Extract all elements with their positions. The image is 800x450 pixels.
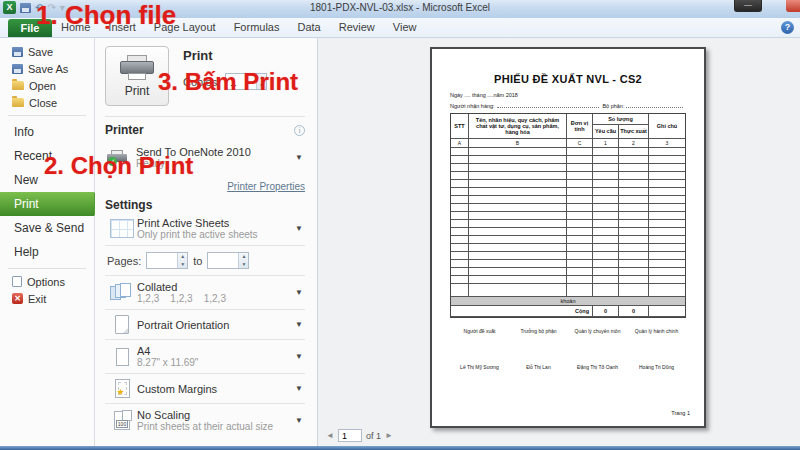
sheets-icon [110, 219, 134, 238]
annotation-step3: 3. Bấm Print [158, 68, 298, 96]
table-row [451, 276, 685, 284]
spinner-arrows-icon[interactable]: ▲▼ [177, 253, 187, 268]
tab-formulas[interactable]: Formulas [225, 18, 289, 37]
tab-view[interactable]: View [384, 18, 426, 37]
dotted-line [626, 107, 683, 108]
pages-range-row: Pages: ▲▼ to ▲▼ [105, 246, 305, 275]
settings-section-header: Settings [105, 198, 305, 212]
total-required: 0 [593, 306, 619, 317]
signature-name: Hoàng Tri Dũng [627, 364, 686, 370]
dotted-line [497, 107, 600, 108]
setting-title: Portrait Orientation [137, 319, 291, 331]
header-quantity: Số lượng [593, 114, 649, 125]
table-row [451, 172, 685, 180]
collation-dropdown[interactable]: Collated 1,2,3 1,2,3 1,2,3 ▼ [105, 275, 305, 310]
paper-size-dropdown[interactable]: A4 8.27" x 11.69" ▼ [105, 340, 305, 374]
minimize-button[interactable]: — [734, 0, 762, 12]
sidebar-item-label: Options [27, 276, 65, 288]
info-icon[interactable]: i [294, 125, 305, 136]
close-button[interactable] [786, 0, 800, 12]
table-row [451, 156, 685, 164]
printer-icon [120, 55, 154, 81]
scaling-dropdown[interactable]: 100 No Scaling Print sheets at their act… [105, 404, 305, 437]
chevron-down-icon: ▼ [291, 153, 303, 162]
spinner-arrows-icon[interactable]: ▲▼ [238, 253, 248, 268]
setting-title: Collated [137, 281, 291, 293]
print-button-label: Print [125, 84, 150, 98]
printer-properties-link[interactable]: Printer Properties [227, 181, 305, 192]
page-number-label: Trang 1 [671, 410, 690, 416]
margins-dropdown[interactable]: ★ Custom Margins ▼ [105, 374, 305, 404]
sidebar-item-exit[interactable]: ✕ Exit [0, 290, 94, 307]
sidebar-item-save-as[interactable]: Save As [0, 60, 94, 77]
sidebar-item-save[interactable]: Save [0, 43, 94, 60]
header-stt: STT [451, 114, 469, 139]
table-row [451, 164, 685, 172]
document-title: PHIẾU ĐỀ XUẤT NVL - CS2 [450, 73, 686, 85]
previous-page-icon[interactable]: ◄ [326, 431, 334, 440]
khoan-row: khoản [451, 297, 685, 306]
panel-divider [105, 116, 305, 117]
setting-title: Custom Margins [137, 383, 291, 395]
signature-block: Người đề xuất Lê Thị Mỹ Sương Trưởng bộ … [450, 328, 686, 370]
next-page-icon[interactable]: ► [385, 431, 393, 440]
pages-to-stepper[interactable]: ▲▼ [207, 252, 249, 269]
table-row [451, 260, 685, 268]
table-header: STT Tên, nhãn hiệu, quy cách, phẩm chất … [451, 114, 685, 139]
total-actual: 0 [619, 306, 649, 317]
sidebar-item-save-and-send[interactable]: Save & Send [0, 216, 94, 240]
document-date-line: Ngày .... tháng ....năm 2018 [450, 92, 686, 98]
signature-name: Đặng Thị Tố Oanh [568, 364, 627, 370]
total-row: Cộng 0 0 [451, 306, 685, 317]
sidebar-item-open[interactable]: Open [0, 77, 94, 94]
scaling-icon: 100 [114, 411, 130, 430]
signature-name: Đỗ Thị Lan [509, 364, 568, 370]
print-what-dropdown[interactable]: Print Active Sheets Only print the activ… [105, 212, 305, 246]
chevron-down-icon: ▼ [291, 416, 303, 425]
table-row [451, 284, 685, 297]
signature-title: Trưởng bộ phận [509, 328, 568, 334]
setting-title: A4 [137, 345, 291, 357]
sidebar-item-label: Open [29, 80, 56, 92]
sidebar-item-label: Close [29, 97, 57, 109]
annotation-step2: 2. Chọn Print [44, 152, 193, 180]
sidebar-item-options[interactable]: Options [0, 273, 94, 290]
empty-rows [451, 148, 685, 284]
setting-subtitle: Only print the active sheets [137, 229, 291, 240]
table-row [451, 204, 685, 212]
options-icon [12, 276, 22, 287]
sidebar-item-print[interactable]: Print [0, 192, 94, 216]
print-preview-area: PHIẾU ĐỀ XUẤT NVL - CS2 Ngày .... tháng … [318, 38, 800, 446]
preview-page-navigation: ◄ of 1 ► [326, 429, 393, 442]
pages-from-stepper[interactable]: ▲▼ [146, 252, 188, 269]
signature-title: Quản lý chuyên môn [568, 328, 627, 334]
orientation-dropdown[interactable]: Portrait Orientation ▼ [105, 310, 305, 340]
sidebar-item-info[interactable]: Info [0, 120, 94, 144]
column-letter-row: A B C 1 2 3 [451, 139, 685, 148]
margins-icon: ★ [115, 379, 130, 398]
pages-to-input[interactable] [208, 253, 238, 268]
chevron-down-icon: ▼ [291, 224, 303, 233]
help-icon[interactable]: ? [781, 21, 794, 34]
page-count-label: of 1 [366, 431, 381, 441]
backstage-view: Save Save As Open Close Info Recent New … [0, 38, 800, 446]
table-row [451, 220, 685, 228]
pages-from-input[interactable] [147, 253, 177, 268]
chevron-down-icon: ▼ [291, 320, 303, 329]
table-row [451, 188, 685, 196]
signature-title: Quản lý hành chính [627, 328, 686, 334]
sidebar-item-label: Save As [28, 63, 68, 75]
sidebar-item-help[interactable]: Help [0, 240, 94, 264]
preview-page-input[interactable] [338, 429, 362, 442]
tab-review[interactable]: Review [330, 18, 384, 37]
printer-section-header: Printer [105, 123, 144, 137]
table-row [451, 244, 685, 252]
table-row [451, 212, 685, 220]
open-folder-icon [12, 81, 24, 90]
pages-to-label: to [193, 255, 202, 267]
tab-data[interactable]: Data [288, 18, 329, 37]
total-label: Cộng [451, 306, 593, 317]
chevron-down-icon: ▼ [291, 384, 303, 393]
sidebar-item-close[interactable]: Close [0, 94, 94, 111]
setting-title: No Scaling [137, 409, 291, 421]
